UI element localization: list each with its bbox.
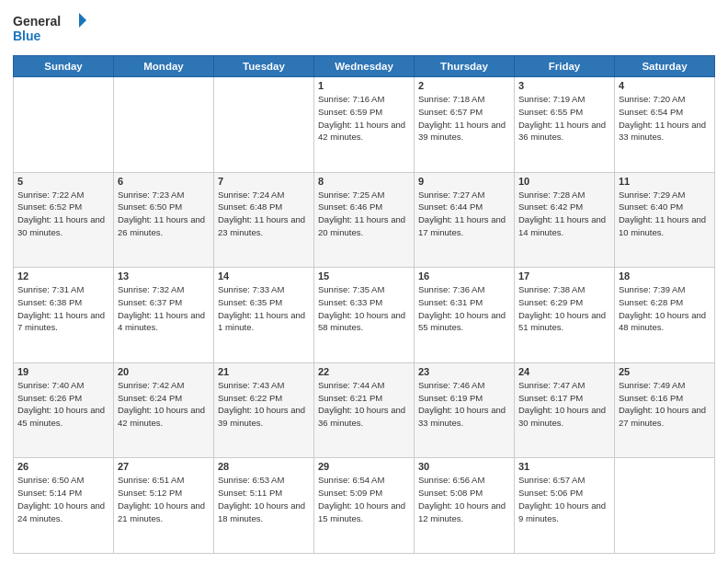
cell-info: Sunrise: 7:49 AM Sunset: 6:16 PM Dayligh… — [619, 379, 711, 430]
day-number: 25 — [619, 366, 711, 377]
calendar-cell: 21Sunrise: 7:43 AM Sunset: 6:22 PM Dayli… — [214, 362, 314, 458]
cell-info: Sunrise: 7:46 AM Sunset: 6:19 PM Dayligh… — [418, 379, 510, 430]
calendar-cell: 5Sunrise: 7:22 AM Sunset: 6:52 PM Daylig… — [14, 172, 114, 268]
calendar-cell: 28Sunrise: 6:53 AM Sunset: 5:11 PM Dayli… — [214, 458, 314, 554]
cell-info: Sunrise: 7:42 AM Sunset: 6:24 PM Dayligh… — [118, 379, 210, 430]
calendar-cell: 1Sunrise: 7:16 AM Sunset: 6:59 PM Daylig… — [314, 77, 415, 173]
calendar-cell: 30Sunrise: 6:56 AM Sunset: 5:08 PM Dayli… — [415, 458, 515, 554]
calendar-cell: 6Sunrise: 7:23 AM Sunset: 6:50 PM Daylig… — [114, 172, 214, 268]
day-number: 20 — [118, 366, 210, 377]
day-number: 11 — [619, 176, 711, 187]
calendar-cell: 2Sunrise: 7:18 AM Sunset: 6:57 PM Daylig… — [415, 77, 515, 173]
day-number: 22 — [318, 366, 410, 377]
dow-header: Thursday — [415, 56, 515, 77]
day-number: 18 — [619, 270, 711, 282]
cell-info: Sunrise: 7:25 AM Sunset: 6:46 PM Dayligh… — [318, 189, 410, 239]
cell-info: Sunrise: 7:27 AM Sunset: 6:44 PM Dayligh… — [418, 189, 510, 239]
calendar-cell: 23Sunrise: 7:46 AM Sunset: 6:19 PM Dayli… — [415, 362, 515, 458]
day-number: 9 — [418, 176, 510, 187]
day-number: 17 — [518, 270, 610, 282]
day-number: 28 — [218, 461, 310, 472]
calendar-cell: 27Sunrise: 6:51 AM Sunset: 5:12 PM Dayli… — [114, 458, 214, 554]
cell-info: Sunrise: 6:51 AM Sunset: 5:12 PM Dayligh… — [118, 474, 210, 524]
day-number: 29 — [318, 461, 410, 472]
day-number: 16 — [418, 270, 510, 282]
calendar-cell — [615, 458, 715, 554]
calendar-cell — [114, 77, 214, 173]
calendar-cell: 7Sunrise: 7:24 AM Sunset: 6:48 PM Daylig… — [214, 172, 314, 268]
calendar-table: SundayMondayTuesdayWednesdayThursdayFrid… — [13, 55, 715, 554]
dow-header: Sunday — [14, 56, 114, 77]
calendar-cell: 15Sunrise: 7:35 AM Sunset: 6:33 PM Dayli… — [314, 268, 415, 363]
calendar-cell: 4Sunrise: 7:20 AM Sunset: 6:54 PM Daylig… — [615, 77, 715, 173]
cell-info: Sunrise: 7:18 AM Sunset: 6:57 PM Dayligh… — [418, 93, 510, 144]
day-number: 31 — [518, 461, 610, 472]
cell-info: Sunrise: 7:40 AM Sunset: 6:26 PM Dayligh… — [17, 379, 109, 430]
day-number: 19 — [17, 366, 109, 377]
day-number: 5 — [17, 176, 109, 187]
calendar-cell: 3Sunrise: 7:19 AM Sunset: 6:55 PM Daylig… — [515, 77, 615, 173]
cell-info: Sunrise: 6:54 AM Sunset: 5:09 PM Dayligh… — [318, 474, 410, 524]
day-number: 14 — [218, 270, 310, 282]
cell-info: Sunrise: 6:57 AM Sunset: 5:06 PM Dayligh… — [518, 474, 610, 524]
cell-info: Sunrise: 7:19 AM Sunset: 6:55 PM Dayligh… — [518, 93, 610, 144]
dow-header: Saturday — [615, 56, 715, 77]
cell-info: Sunrise: 7:32 AM Sunset: 6:37 PM Dayligh… — [118, 283, 210, 334]
day-number: 1 — [318, 80, 410, 91]
day-number: 27 — [118, 461, 210, 472]
cell-info: Sunrise: 7:38 AM Sunset: 6:29 PM Dayligh… — [518, 283, 610, 334]
day-number: 8 — [318, 176, 410, 187]
calendar-cell: 11Sunrise: 7:29 AM Sunset: 6:40 PM Dayli… — [615, 172, 715, 268]
cell-info: Sunrise: 6:53 AM Sunset: 5:11 PM Dayligh… — [218, 474, 310, 524]
cell-info: Sunrise: 6:50 AM Sunset: 5:14 PM Dayligh… — [17, 474, 109, 524]
dow-header: Tuesday — [214, 56, 314, 77]
calendar-cell: 16Sunrise: 7:36 AM Sunset: 6:31 PM Dayli… — [415, 268, 515, 363]
calendar-cell: 29Sunrise: 6:54 AM Sunset: 5:09 PM Dayli… — [314, 458, 415, 554]
day-number: 13 — [118, 270, 210, 282]
cell-info: Sunrise: 7:29 AM Sunset: 6:40 PM Dayligh… — [619, 189, 711, 239]
cell-info: Sunrise: 7:22 AM Sunset: 6:52 PM Dayligh… — [17, 189, 109, 239]
cell-info: Sunrise: 7:33 AM Sunset: 6:35 PM Dayligh… — [218, 283, 310, 334]
cell-info: Sunrise: 7:28 AM Sunset: 6:42 PM Dayligh… — [518, 189, 610, 239]
day-number: 26 — [17, 461, 109, 472]
cell-info: Sunrise: 7:23 AM Sunset: 6:50 PM Dayligh… — [118, 189, 210, 239]
dow-header: Wednesday — [314, 56, 415, 77]
calendar-cell: 12Sunrise: 7:31 AM Sunset: 6:38 PM Dayli… — [14, 268, 114, 363]
calendar-cell: 19Sunrise: 7:40 AM Sunset: 6:26 PM Dayli… — [14, 362, 114, 458]
calendar-cell: 10Sunrise: 7:28 AM Sunset: 6:42 PM Dayli… — [515, 172, 615, 268]
cell-info: Sunrise: 7:20 AM Sunset: 6:54 PM Dayligh… — [619, 93, 711, 144]
calendar-cell — [14, 77, 114, 173]
day-number: 15 — [318, 270, 410, 282]
day-number: 23 — [418, 366, 510, 377]
calendar-cell: 24Sunrise: 7:47 AM Sunset: 6:17 PM Dayli… — [515, 362, 615, 458]
cell-info: Sunrise: 7:43 AM Sunset: 6:22 PM Dayligh… — [218, 379, 310, 430]
logo: General Blue — [13, 9, 86, 48]
cell-info: Sunrise: 7:44 AM Sunset: 6:21 PM Dayligh… — [318, 379, 410, 430]
day-number: 10 — [518, 176, 610, 187]
cell-info: Sunrise: 7:24 AM Sunset: 6:48 PM Dayligh… — [218, 189, 310, 239]
day-number: 6 — [118, 176, 210, 187]
calendar-cell: 31Sunrise: 6:57 AM Sunset: 5:06 PM Dayli… — [515, 458, 615, 554]
calendar-cell: 26Sunrise: 6:50 AM Sunset: 5:14 PM Dayli… — [14, 458, 114, 554]
day-number: 7 — [218, 176, 310, 187]
calendar-cell: 8Sunrise: 7:25 AM Sunset: 6:46 PM Daylig… — [314, 172, 415, 268]
day-number: 12 — [17, 270, 109, 282]
cell-info: Sunrise: 7:35 AM Sunset: 6:33 PM Dayligh… — [318, 283, 410, 334]
dow-header: Monday — [114, 56, 214, 77]
header: General Blue — [13, 9, 715, 48]
calendar-cell: 14Sunrise: 7:33 AM Sunset: 6:35 PM Dayli… — [214, 268, 314, 363]
svg-text:General: General — [13, 14, 61, 29]
calendar-cell: 9Sunrise: 7:27 AM Sunset: 6:44 PM Daylig… — [415, 172, 515, 268]
dow-header: Friday — [515, 56, 615, 77]
calendar-cell: 17Sunrise: 7:38 AM Sunset: 6:29 PM Dayli… — [515, 268, 615, 363]
day-number: 2 — [418, 80, 510, 91]
day-number: 3 — [518, 80, 610, 91]
calendar-cell — [214, 77, 314, 173]
cell-info: Sunrise: 7:47 AM Sunset: 6:17 PM Dayligh… — [518, 379, 610, 430]
calendar-cell: 18Sunrise: 7:39 AM Sunset: 6:28 PM Dayli… — [615, 268, 715, 363]
calendar-cell: 13Sunrise: 7:32 AM Sunset: 6:37 PM Dayli… — [114, 268, 214, 363]
cell-info: Sunrise: 7:16 AM Sunset: 6:59 PM Dayligh… — [318, 93, 410, 144]
calendar-cell: 20Sunrise: 7:42 AM Sunset: 6:24 PM Dayli… — [114, 362, 214, 458]
logo-svg: General Blue — [13, 9, 86, 48]
calendar-cell: 25Sunrise: 7:49 AM Sunset: 6:16 PM Dayli… — [615, 362, 715, 458]
